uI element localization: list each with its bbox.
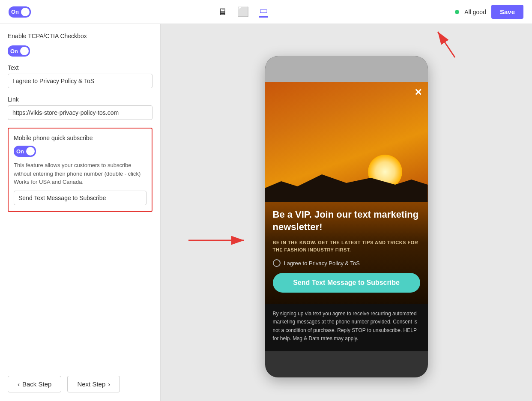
back-step-label: Back Step xyxy=(22,380,51,388)
toggle-circle xyxy=(21,8,30,16)
top-bar: On 🖥 ⬜ ▭ All good Save xyxy=(0,0,532,24)
popup-text-section: Be a VIP. Join our text marketing newsle… xyxy=(265,202,428,304)
right-panel: ✕ Be a VIP. Join our text marketing news… xyxy=(161,24,532,401)
close-button[interactable]: ✕ xyxy=(414,88,422,97)
subscribe-button[interactable]: Send Text Message to Subscribe xyxy=(273,273,420,293)
mobile-toggle-label: On xyxy=(16,149,24,154)
main-toggle[interactable]: On xyxy=(9,6,31,18)
tablet-landscape-icon[interactable]: ⬜ xyxy=(237,7,249,17)
mobile-subscribe-section: Mobile phone quick subscribe On This fea… xyxy=(8,128,152,212)
chevron-left-icon: ‹ xyxy=(18,380,20,388)
status-text: All good xyxy=(464,9,486,15)
main-content: Enable TCPA/CTIA Checkbox On Text Link M… xyxy=(0,24,532,401)
link-input[interactable] xyxy=(8,105,152,120)
mobile-toggle-circle xyxy=(26,147,35,156)
popup-heading: Be a VIP. Join our text marketing newsle… xyxy=(273,209,420,233)
back-step-button[interactable]: ‹ Back Step xyxy=(8,376,61,392)
top-arrow-annotation xyxy=(412,27,463,62)
tcpa-label: Enable TCPA/CTIA Checkbox xyxy=(8,33,152,39)
top-bar-left: On xyxy=(9,6,31,18)
link-field-label: Link xyxy=(8,96,152,103)
mobile-toggle[interactable]: On xyxy=(14,146,36,157)
popup-disclaimer: By signing up via text you agree to rece… xyxy=(273,310,420,343)
popup-subtext: BE IN THE KNOW. GET THE LATEST TIPS AND … xyxy=(273,239,420,253)
checkbox-row: I agree to Privacy Policy & ToS xyxy=(273,259,420,267)
mobile-description: This feature allows your customers to su… xyxy=(14,161,146,186)
desktop-icon[interactable]: 🖥 xyxy=(218,7,227,17)
chevron-right-icon: › xyxy=(108,380,110,388)
tcpa-section: Enable TCPA/CTIA Checkbox On xyxy=(8,33,152,57)
text-input[interactable] xyxy=(8,74,152,88)
next-step-label: Next Step xyxy=(77,380,105,388)
tcpa-toggle[interactable]: On xyxy=(8,45,30,57)
mid-arrow-annotation xyxy=(184,230,253,251)
device-switcher: 🖥 ⬜ ▭ xyxy=(218,6,268,18)
checkbox-label: I agree to Privacy Policy & ToS xyxy=(284,260,360,266)
button-label-input[interactable] xyxy=(14,191,146,205)
left-panel: Enable TCPA/CTIA Checkbox On Text Link M… xyxy=(0,24,161,401)
status-dot xyxy=(455,10,459,14)
top-bar-right: All good Save xyxy=(455,5,523,19)
landscape-silhouette xyxy=(265,168,428,202)
tablet-portrait-icon[interactable]: ▭ xyxy=(259,6,268,18)
tcpa-toggle-circle xyxy=(20,47,29,55)
next-step-button[interactable]: Next Step › xyxy=(67,376,120,392)
link-field-section: Link xyxy=(8,96,152,120)
main-toggle-label: On xyxy=(11,9,19,15)
popup-bottom: By signing up via text you agree to rece… xyxy=(265,304,428,351)
checkbox-circle[interactable] xyxy=(273,259,281,267)
popup-hero-image: ✕ xyxy=(265,82,428,202)
nav-buttons: ‹ Back Step Next Step › xyxy=(8,371,152,392)
popup-card: ✕ Be a VIP. Join our text marketing news… xyxy=(265,82,428,351)
phone-mockup: ✕ Be a VIP. Join our text marketing news… xyxy=(265,56,428,377)
save-button[interactable]: Save xyxy=(491,5,523,19)
text-field-section: Text xyxy=(8,64,152,88)
text-field-label: Text xyxy=(8,64,152,71)
tcpa-toggle-label: On xyxy=(10,48,18,54)
phone-header-bar xyxy=(265,56,428,82)
mobile-section-title: Mobile phone quick subscribe xyxy=(14,135,146,141)
